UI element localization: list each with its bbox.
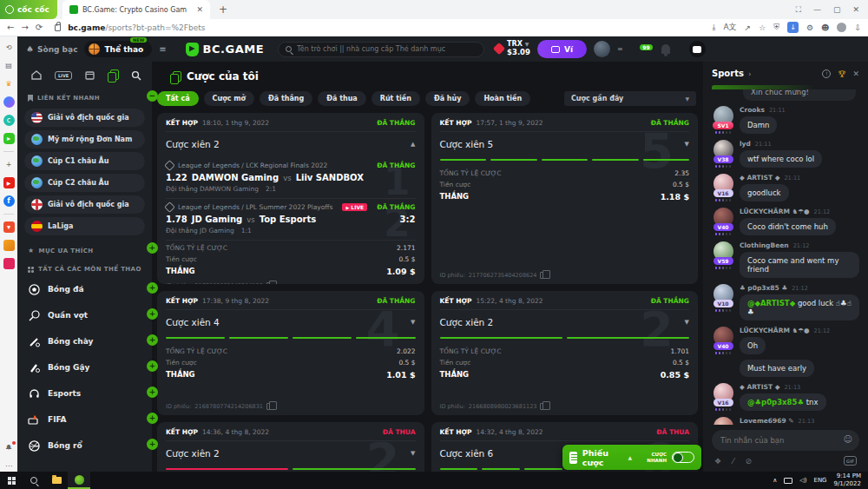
currency-selector[interactable]: TRX ▼ $3.09 bbox=[495, 41, 530, 56]
download-extension-icon[interactable]: ↓ bbox=[787, 22, 799, 33]
reload-button[interactable]: ⟳ bbox=[36, 23, 43, 32]
reader-mode-icon[interactable]: ⛶ bbox=[796, 5, 801, 15]
username[interactable]: LÜCKYCHÄRM ♞☂● bbox=[740, 208, 810, 215]
chat-message-input[interactable] bbox=[712, 430, 859, 451]
close-tab-icon[interactable]: ✕ bbox=[196, 5, 203, 14]
username[interactable]: ◆ ARTIST ◆ bbox=[740, 174, 779, 182]
sidebar-item-cricket[interactable]: Bóng Gậy + bbox=[17, 354, 152, 380]
shield-icon[interactable]: ⛨ bbox=[773, 23, 779, 32]
search-input[interactable] bbox=[297, 45, 477, 53]
sidebar-item-esports[interactable]: Esports + bbox=[17, 380, 152, 406]
language-indicator[interactable]: ENG bbox=[813, 477, 826, 484]
chat-toggle-button[interactable] bbox=[689, 41, 706, 57]
add-shortcut-icon[interactable]: + bbox=[3, 159, 15, 170]
profile-icon[interactable]: ☻ bbox=[821, 23, 829, 32]
translate-icon[interactable]: A文 bbox=[723, 22, 736, 33]
tray-expand-icon[interactable]: ∧ bbox=[773, 477, 777, 484]
newsfeed-icon[interactable]: ▤ bbox=[3, 60, 15, 71]
file-explorer-icon[interactable] bbox=[45, 472, 68, 489]
window-maximize-button[interactable]: ▢ bbox=[833, 5, 841, 14]
tab-cancelled[interactable]: Đã hủy bbox=[425, 91, 470, 106]
wallet-button[interactable]: Ví bbox=[537, 40, 587, 58]
browser-avatar[interactable] bbox=[837, 23, 846, 32]
username[interactable]: Crooks bbox=[740, 106, 765, 114]
chevron-right-icon[interactable]: › bbox=[748, 69, 752, 78]
tab-cashout[interactable]: Rút tiền bbox=[372, 91, 420, 106]
expand-baseball-button[interactable]: + bbox=[147, 334, 158, 346]
sidebar-item-baseball[interactable]: Bóng chày + bbox=[17, 328, 152, 354]
network-icon[interactable] bbox=[784, 478, 792, 484]
youtube-icon[interactable]: ▶ bbox=[3, 177, 15, 188]
sidebar-item-basketball[interactable]: Bóng rổ + bbox=[17, 433, 152, 459]
crown-icon[interactable]: ♛ bbox=[3, 78, 15, 89]
user-avatar[interactable] bbox=[594, 41, 610, 57]
quick-link-national-league-eng[interactable]: Giải vô địch quốc gia bbox=[24, 195, 145, 214]
extensions-icon[interactable]: ⚙ bbox=[806, 23, 813, 32]
coinflip-icon[interactable]: ⊘ bbox=[746, 457, 753, 466]
expand-card-icon[interactable]: ▼ bbox=[411, 319, 415, 326]
save-page-icon[interactable]: ⤓ bbox=[712, 23, 715, 32]
browser-tab[interactable]: BC.Game: Crypto Casino Gam ✕ bbox=[62, 0, 210, 19]
expand-cricket-button[interactable]: + bbox=[147, 360, 158, 372]
menu-icon[interactable]: ≡ bbox=[159, 44, 166, 54]
quick-bet-toggle[interactable] bbox=[672, 452, 694, 463]
clock[interactable]: 9:14 PM 9/1/2022 bbox=[834, 472, 861, 488]
quick-link-champions-league[interactable]: Cúp C1 châu Âu bbox=[24, 152, 145, 170]
quick-link-laliga[interactable]: LaLiga bbox=[24, 217, 145, 235]
copy-icon[interactable] bbox=[266, 282, 273, 284]
trophy-icon[interactable]: 🏆︎ bbox=[838, 69, 845, 78]
copy-icon[interactable] bbox=[540, 403, 546, 410]
expand-esports-button[interactable]: + bbox=[147, 387, 158, 398]
username[interactable]: ClothingBeen bbox=[740, 241, 789, 249]
mention[interactable]: @◆ARTIST◆ bbox=[747, 299, 795, 307]
bet-slip-button[interactable]: Phiếu cược ▲ CƯỢC NHANH bbox=[562, 445, 701, 470]
facebook-icon[interactable]: f bbox=[3, 195, 15, 207]
tab-all[interactable]: Tất cả bbox=[157, 91, 199, 106]
username[interactable]: Loveme6969 ✎ bbox=[740, 417, 794, 425]
username[interactable]: ♣ p0p3x85 ♣ bbox=[740, 284, 787, 292]
mention[interactable]: @♣p0p3x85♣ bbox=[747, 398, 804, 406]
expand-fifa-button[interactable]: + bbox=[147, 413, 158, 424]
my-bets-icon[interactable] bbox=[108, 69, 118, 81]
volume-icon[interactable]: ◁) bbox=[799, 477, 806, 484]
gif-icon[interactable]: GIF bbox=[844, 456, 857, 466]
quick-link-national-league-us[interactable]: Giải vô địch quốc gia bbox=[24, 109, 145, 127]
chat-messages[interactable]: Xin chúc mừng! SV1 Crooks21:11 Damn V38 … bbox=[703, 89, 868, 425]
zalo-icon[interactable]: c bbox=[3, 115, 15, 126]
profile-menu-icon[interactable]: ≡ bbox=[617, 45, 623, 53]
expand-card-icon[interactable]: ▼ bbox=[685, 319, 689, 326]
taskbar-search-icon[interactable] bbox=[23, 472, 45, 489]
copy-icon[interactable] bbox=[540, 272, 546, 279]
chat-commands-icon[interactable]: ⁄ bbox=[733, 457, 734, 466]
casino-nav[interactable]: ♠ Sòng bạc bbox=[26, 44, 77, 54]
sports-nav[interactable]: Thể thao NEW bbox=[84, 41, 152, 57]
game-search[interactable] bbox=[278, 42, 484, 57]
notifications-icon[interactable] bbox=[661, 44, 670, 54]
new-tab-button[interactable]: + bbox=[219, 3, 227, 16]
close-chat-icon[interactable]: ✕ bbox=[852, 69, 859, 78]
tab-won[interactable]: Đã thắng bbox=[260, 91, 312, 106]
username[interactable]: LÜCKYCHÄRM ♞☂● bbox=[740, 327, 810, 334]
copy-icon[interactable] bbox=[266, 403, 273, 410]
username[interactable]: lyd bbox=[740, 140, 751, 148]
tab-refund[interactable]: Hoàn tiền bbox=[475, 91, 530, 106]
rain-icon[interactable]: ❖ bbox=[714, 457, 721, 466]
gift-icon[interactable] bbox=[3, 258, 15, 269]
tab-lost[interactable]: Đã thua bbox=[318, 91, 366, 106]
messenger-icon[interactable] bbox=[3, 96, 15, 108]
calendar-icon[interactable] bbox=[85, 70, 95, 80]
collapse-card-icon[interactable]: ▲ bbox=[411, 141, 415, 148]
share-icon[interactable]: ↗ bbox=[745, 23, 752, 32]
notifications-bell-icon[interactable]: 🔔︎ bbox=[3, 442, 15, 453]
coccoc-brand[interactable]: cốc cốc bbox=[0, 0, 57, 19]
rail-more-icon[interactable]: ⋯ bbox=[3, 460, 15, 472]
window-close-button[interactable]: ✕ bbox=[852, 5, 859, 14]
downloads-tray-icon[interactable]: ⇩ bbox=[854, 23, 861, 32]
home-icon[interactable] bbox=[31, 70, 42, 80]
forward-button[interactable]: → bbox=[21, 23, 28, 32]
tab-open[interactable]: Cược mở bbox=[204, 91, 254, 106]
quick-link-us-open[interactable]: Mỹ mở rộng Đơn Nam bbox=[24, 130, 145, 149]
avatar[interactable] bbox=[713, 417, 733, 425]
games-icon[interactable]: ▸ bbox=[3, 133, 15, 144]
expand-soccer-button[interactable]: + bbox=[147, 282, 158, 294]
